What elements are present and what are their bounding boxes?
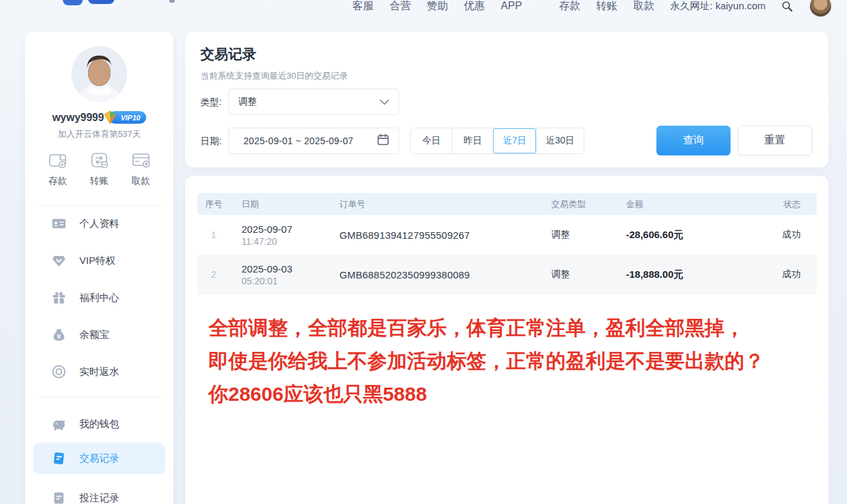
nav-partnership[interactable]: 合营 (390, 0, 411, 13)
date-range-picker[interactable]: 2025-09-01 ~ 2025-09-07 (228, 128, 399, 154)
sidebar-item-profile[interactable]: 个人资料 (25, 205, 173, 242)
nav-promotions[interactable]: 优惠 (464, 0, 485, 13)
money-bag-icon (52, 327, 66, 342)
cell-date: 2025-09-07 11:47:20 (230, 224, 333, 247)
col-header-type: 交易类型 (538, 198, 617, 210)
permanent-url: 永久网址: kaiyun.com (670, 0, 766, 13)
calendar-icon (377, 134, 389, 148)
nav-withdraw[interactable]: 取款 (633, 0, 654, 13)
id-card-icon (52, 216, 66, 231)
sidebar-item-wallet[interactable]: 我的钱包 (25, 405, 173, 442)
cell-order-no: GMB6891394127955509267 (333, 230, 538, 241)
cell-no: 1 (197, 230, 230, 240)
quick-action-deposit[interactable]: 存款 (47, 149, 68, 187)
table-header-row: 序号 日期 订单号 交易类型 金额 状态 (197, 193, 817, 215)
quick-action-transfer[interactable]: 转账 (89, 149, 110, 187)
sidebar-item-bet-records[interactable]: 投注记录 (25, 480, 173, 504)
reset-button[interactable]: 重置 (738, 126, 812, 155)
piggy-bank-icon (52, 417, 66, 431)
quick-range-group: 今日 昨日 近7日 近30日 (410, 128, 584, 154)
user-avatar-small[interactable] (809, 0, 832, 18)
nav-transfer[interactable]: 转账 (596, 0, 617, 13)
range-today-button[interactable]: 今日 (411, 128, 452, 153)
sidebar-menu-account: 个人资料 VIP特权 福利中心 余额宝 实时返水 (25, 205, 173, 390)
type-select[interactable]: 调整 (228, 89, 399, 115)
cell-amount: -18,888.00元 (617, 269, 743, 281)
sidebar-item-yuebao[interactable]: 余额宝 (25, 316, 173, 353)
vip-badge: VIP10 (109, 111, 146, 124)
date-label: 日期: (201, 136, 222, 147)
date-range-value: 2025-09-01 ~ 2025-09-07 (244, 136, 353, 146)
sidebar-item-rebate[interactable]: 实时返水 (25, 353, 173, 390)
profile-avatar[interactable] (71, 46, 127, 102)
deposit-wallet-icon (47, 149, 68, 171)
nav-app[interactable]: APP (501, 0, 522, 12)
nav-deposit[interactable]: 存款 (559, 0, 580, 13)
rebate-coin-icon (52, 364, 66, 379)
chevron-down-icon (380, 96, 389, 108)
query-button[interactable]: 查询 (656, 126, 731, 155)
sidebar-item-vip[interactable]: VIP特权 (25, 242, 173, 279)
gift-icon (52, 290, 66, 305)
quick-actions: 存款 转账 (25, 149, 173, 187)
col-header-no: 序号 (197, 198, 230, 210)
col-header-order: 订单号 (333, 198, 538, 210)
username: wywy9999 (52, 112, 104, 124)
page-subtitle: 当前系统支持查询最近30日的交易记录 (201, 70, 347, 82)
cell-amount: -28,606.60元 (617, 229, 743, 241)
cell-no: 2 (197, 269, 230, 280)
sidebar-item-transactions[interactable]: 交易记录 (33, 442, 165, 474)
sidebar: wywy9999 VIP10 加入开云体育第537天 (25, 32, 173, 504)
nav-sponsor[interactable]: 赞助 (427, 0, 448, 13)
search-icon[interactable] (781, 1, 793, 12)
range-7days-button[interactable]: 近7日 (493, 128, 536, 153)
nav-customer-service[interactable]: 客服 (353, 0, 374, 13)
range-30days-button[interactable]: 近30日 (536, 128, 584, 153)
red-annotation-text: 全部调整，全部都是百家乐，体育正常注单，盈利全部黑掉， 即使是你给我上不参加活动… (208, 312, 817, 411)
vip-privilege-icon (52, 253, 66, 268)
bet-record-icon (52, 491, 66, 504)
type-select-value: 调整 (238, 96, 257, 108)
transactions-card: 序号 日期 订单号 交易类型 金额 状态 1 2025-09-07 11:47:… (185, 176, 828, 504)
transaction-record-icon (52, 451, 66, 466)
cell-order-no: GMB6885202350999380089 (333, 269, 538, 280)
cell-type: 调整 (538, 269, 617, 280)
cell-status: 成功 (743, 229, 817, 241)
transfer-icon (89, 149, 110, 171)
sidebar-item-welfare[interactable]: 福利中心 (25, 279, 173, 316)
range-yesterday-button[interactable]: 昨日 (452, 128, 493, 153)
transactions-table: 序号 日期 订单号 交易类型 金额 状态 1 2025-09-07 11:47:… (197, 193, 817, 294)
cell-type: 调整 (538, 229, 617, 241)
table-row: 1 2025-09-07 11:47:20 GMB689139412795550… (197, 215, 817, 255)
vip-gem-icon (103, 110, 117, 124)
col-header-amount: 金额 (617, 198, 743, 210)
sidebar-menu-records: 我的钱包 交易记录 投注记录 (25, 405, 173, 504)
table-row: 2 2025-09-03 05:20:01 GMB688520235099938… (197, 255, 817, 294)
cell-date: 2025-09-03 05:20:01 (230, 263, 333, 286)
col-header-status: 状态 (743, 198, 817, 210)
filter-card: 交易记录 当前系统支持查询最近30日的交易记录 类型: 调整 日期: 2025-… (185, 32, 828, 167)
quick-action-withdraw[interactable]: 取款 (130, 149, 152, 187)
col-header-date: 日期 (230, 198, 333, 210)
sidebar-divider (37, 397, 161, 398)
withdraw-card-icon (130, 149, 152, 171)
top-navigation: 客服 合营 赞助 优惠 APP 存款 转账 取款 永久网址: kaiyun.co… (0, 0, 847, 10)
page-title: 交易记录 (201, 45, 256, 63)
type-label: 类型: (201, 97, 222, 108)
join-days-text: 加入开云体育第537天 (25, 128, 173, 140)
cell-status: 成功 (743, 269, 817, 280)
